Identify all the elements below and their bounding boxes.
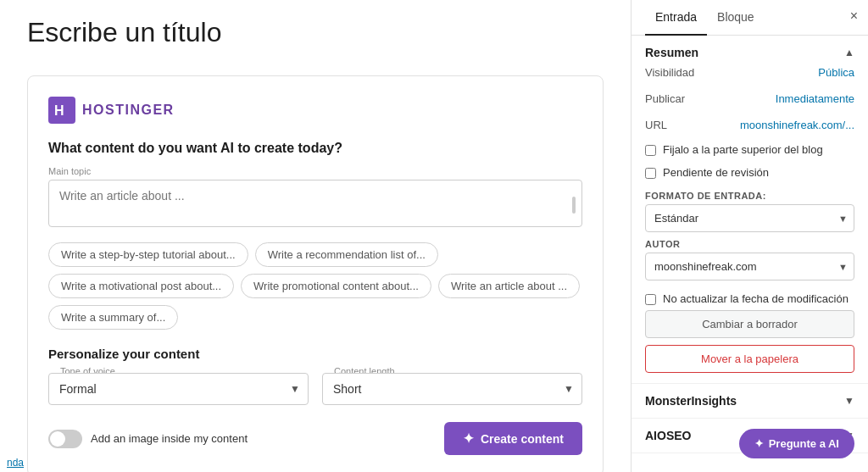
length-control: Content length Short Medium Long ▼ <box>322 373 582 405</box>
pill-article[interactable]: Write an article about ... <box>438 274 580 298</box>
pill-motivational[interactable]: Write a motivational post about... <box>48 274 234 298</box>
visibility-row: Visibilidad Pública <box>645 59 854 86</box>
scroll-indicator <box>572 197 576 214</box>
no-update-label: No actualizar la fecha de modificación <box>663 292 849 305</box>
sparkle-icon: ✦ <box>463 430 474 447</box>
main-topic-label: Main topic <box>48 166 582 176</box>
no-update-row: No actualizar la fecha de modificación <box>645 287 854 310</box>
pill-summary[interactable]: Write a summary of... <box>48 305 178 330</box>
visibility-value[interactable]: Pública <box>818 66 854 79</box>
draft-button[interactable]: Cambiar a borrador <box>645 310 854 338</box>
format-label: FORMATO DE ENTRADA: <box>645 191 854 201</box>
ask-ai-sparkle-icon: ✦ <box>754 437 764 450</box>
review-label: Pendiente de revisión <box>663 166 769 179</box>
resumen-toggle-icon[interactable]: ▲ <box>844 47 854 58</box>
sidebar-tabs: Entrada Bloque × <box>632 0 868 36</box>
tab-bloque[interactable]: Bloque <box>707 0 765 36</box>
review-checkbox-row: Pendiente de revisión <box>645 161 854 184</box>
pill-tutorial[interactable]: Write a step-by-step tutorial about... <box>48 242 248 267</box>
url-label: URL <box>645 119 667 131</box>
create-btn-label: Create content <box>481 432 564 446</box>
main-topic-input[interactable] <box>48 180 582 227</box>
image-toggle[interactable] <box>48 430 82 448</box>
bottom-row: Add an image inside my content ✦ Create … <box>48 422 582 455</box>
pin-checkbox-row: Fijalo a la parte superior del blog <box>645 138 854 161</box>
page-title[interactable]: Escribe un título <box>27 17 604 48</box>
visibility-label: Visibilidad <box>645 66 694 79</box>
url-value[interactable]: moonshinefreak.com/... <box>740 119 854 131</box>
toggle-label: Add an image inside my content <box>91 432 248 445</box>
publish-row: Publicar Inmediatamente <box>645 86 854 112</box>
hostinger-logo: H HOSTINGER <box>48 97 582 124</box>
bottom-link[interactable]: nda <box>0 453 31 472</box>
plugin-question: What content do you want AI to create to… <box>48 141 582 156</box>
length-select[interactable]: Short Medium Long <box>322 373 582 405</box>
monster-insights-section[interactable]: MonsterInsights ▼ <box>632 384 868 419</box>
main-topic-wrapper: Main topic <box>48 166 582 230</box>
publish-value[interactable]: Inmediatamente <box>776 92 854 105</box>
pin-label: Fijalo a la parte superior del blog <box>663 143 823 156</box>
pill-promotional[interactable]: Write promotional content about... <box>241 274 431 298</box>
pill-recommendation[interactable]: Write a recommendation list of... <box>255 242 438 267</box>
editor-area: Escribe un título H HOSTINGER What conte… <box>0 0 631 472</box>
toggle-row: Add an image inside my content <box>48 430 248 448</box>
ask-ai-label: Pregunte a AI <box>769 437 839 450</box>
hostinger-logo-icon: H <box>48 97 75 124</box>
review-checkbox[interactable] <box>645 168 656 179</box>
sidebar-close-icon[interactable]: × <box>850 8 858 24</box>
hostinger-block: H HOSTINGER What content do you want AI … <box>27 75 604 472</box>
toggle-knob <box>50 431 65 447</box>
personalize-heading: Personalize your content <box>48 347 582 361</box>
tone-select[interactable]: Formal Casual Friendly Professional <box>48 373 309 405</box>
ask-ai-button[interactable]: ✦ Pregunte a AI <box>739 429 854 458</box>
author-select[interactable]: moonshinefreak.com <box>645 253 854 280</box>
resumen-header: Resumen ▲ <box>645 46 854 59</box>
format-select-wrapper: Estándar Aside Image Video Quote Link Ga… <box>645 204 854 232</box>
resumen-section: Resumen ▲ Visibilidad Pública Publicar I… <box>632 36 868 384</box>
publish-label: Publicar <box>645 92 685 105</box>
monster-insights-chevron-icon: ▼ <box>844 395 854 407</box>
suggestion-pills: Write a step-by-step tutorial about... W… <box>48 242 582 330</box>
tone-control: Tone of voice Formal Casual Friendly Pro… <box>48 373 309 405</box>
tab-entrada[interactable]: Entrada <box>645 0 707 36</box>
author-label: AUTOR <box>645 239 854 249</box>
controls-row: Tone of voice Formal Casual Friendly Pro… <box>48 373 582 405</box>
hostinger-logo-text: HOSTINGER <box>82 103 175 118</box>
url-row: URL moonshinefreak.com/... <box>645 112 854 138</box>
pin-checkbox[interactable] <box>645 145 656 156</box>
delete-button[interactable]: Mover a la papelera <box>645 345 854 373</box>
format-select[interactable]: Estándar Aside Image Video Quote Link Ga… <box>645 204 854 232</box>
author-select-wrapper: moonshinefreak.com ▼ <box>645 253 854 280</box>
sidebar: Entrada Bloque × Resumen ▲ Visibilidad P… <box>631 0 868 472</box>
svg-text:H: H <box>54 103 64 118</box>
no-update-checkbox[interactable] <box>645 294 656 305</box>
resumen-title: Resumen <box>645 46 698 59</box>
create-content-button[interactable]: ✦ Create content <box>444 422 582 455</box>
aioseo-title: AIOSEO <box>645 429 691 442</box>
monster-insights-title: MonsterInsights <box>645 394 737 408</box>
